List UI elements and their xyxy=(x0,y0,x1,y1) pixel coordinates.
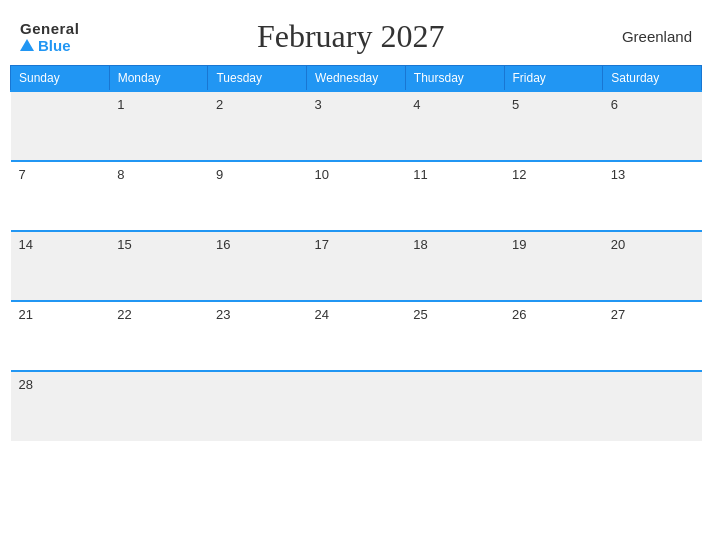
day-number: 17 xyxy=(315,237,329,252)
logo-blue-text: Blue xyxy=(38,37,71,54)
logo: General Blue xyxy=(20,20,79,54)
day-number: 8 xyxy=(117,167,124,182)
calendar-week-row: 28 xyxy=(11,371,702,441)
day-number: 24 xyxy=(315,307,329,322)
month-title: February 2027 xyxy=(257,18,445,55)
day-number: 14 xyxy=(19,237,33,252)
calendar-day-cell xyxy=(307,371,406,441)
day-number: 6 xyxy=(611,97,618,112)
calendar-day-cell: 26 xyxy=(504,301,603,371)
region-label: Greenland xyxy=(622,28,692,45)
day-header-tuesday: Tuesday xyxy=(208,66,307,92)
day-number: 3 xyxy=(315,97,322,112)
calendar-day-cell: 2 xyxy=(208,91,307,161)
calendar-day-cell: 3 xyxy=(307,91,406,161)
day-number: 2 xyxy=(216,97,223,112)
calendar-day-cell: 11 xyxy=(405,161,504,231)
calendar-day-cell: 14 xyxy=(11,231,110,301)
calendar-day-cell: 27 xyxy=(603,301,702,371)
calendar-day-cell: 8 xyxy=(109,161,208,231)
calendar-day-cell xyxy=(109,371,208,441)
day-number: 25 xyxy=(413,307,427,322)
calendar-day-cell: 10 xyxy=(307,161,406,231)
day-number: 26 xyxy=(512,307,526,322)
logo-triangle-icon xyxy=(20,39,34,51)
calendar-day-cell: 18 xyxy=(405,231,504,301)
calendar-day-cell xyxy=(405,371,504,441)
calendar-day-cell: 17 xyxy=(307,231,406,301)
calendar-day-cell: 22 xyxy=(109,301,208,371)
calendar-day-cell: 7 xyxy=(11,161,110,231)
calendar-day-cell: 19 xyxy=(504,231,603,301)
calendar-day-cell: 9 xyxy=(208,161,307,231)
day-number: 7 xyxy=(19,167,26,182)
calendar-day-cell: 6 xyxy=(603,91,702,161)
calendar-day-cell: 23 xyxy=(208,301,307,371)
day-number: 27 xyxy=(611,307,625,322)
calendar-day-cell: 21 xyxy=(11,301,110,371)
calendar-week-row: 14151617181920 xyxy=(11,231,702,301)
calendar-table: SundayMondayTuesdayWednesdayThursdayFrid… xyxy=(10,65,702,441)
calendar-header: General Blue February 2027 Greenland xyxy=(10,10,702,59)
calendar-day-cell: 1 xyxy=(109,91,208,161)
day-header-monday: Monday xyxy=(109,66,208,92)
day-number: 15 xyxy=(117,237,131,252)
calendar-day-cell: 4 xyxy=(405,91,504,161)
calendar-day-cell: 16 xyxy=(208,231,307,301)
calendar-day-cell xyxy=(208,371,307,441)
day-header-saturday: Saturday xyxy=(603,66,702,92)
day-header-sunday: Sunday xyxy=(11,66,110,92)
calendar-day-cell: 15 xyxy=(109,231,208,301)
day-number: 23 xyxy=(216,307,230,322)
day-header-wednesday: Wednesday xyxy=(307,66,406,92)
day-header-friday: Friday xyxy=(504,66,603,92)
day-number: 22 xyxy=(117,307,131,322)
day-number: 11 xyxy=(413,167,427,182)
day-header-thursday: Thursday xyxy=(405,66,504,92)
calendar-day-cell: 13 xyxy=(603,161,702,231)
calendar-day-cell: 5 xyxy=(504,91,603,161)
calendar-day-cell: 25 xyxy=(405,301,504,371)
day-number: 1 xyxy=(117,97,124,112)
calendar-day-cell xyxy=(603,371,702,441)
day-number: 12 xyxy=(512,167,526,182)
day-number: 21 xyxy=(19,307,33,322)
day-number: 13 xyxy=(611,167,625,182)
day-number: 18 xyxy=(413,237,427,252)
day-number: 28 xyxy=(19,377,33,392)
calendar-day-cell: 28 xyxy=(11,371,110,441)
calendar-week-row: 78910111213 xyxy=(11,161,702,231)
day-number: 9 xyxy=(216,167,223,182)
calendar-week-row: 123456 xyxy=(11,91,702,161)
calendar-day-cell xyxy=(504,371,603,441)
day-number: 20 xyxy=(611,237,625,252)
logo-general-text: General xyxy=(20,20,79,37)
calendar-body: 1234567891011121314151617181920212223242… xyxy=(11,91,702,441)
calendar-week-row: 21222324252627 xyxy=(11,301,702,371)
calendar-day-cell: 24 xyxy=(307,301,406,371)
calendar-day-cell: 12 xyxy=(504,161,603,231)
calendar-header-row: SundayMondayTuesdayWednesdayThursdayFrid… xyxy=(11,66,702,92)
day-number: 16 xyxy=(216,237,230,252)
calendar-day-cell: 20 xyxy=(603,231,702,301)
days-of-week-row: SundayMondayTuesdayWednesdayThursdayFrid… xyxy=(11,66,702,92)
day-number: 4 xyxy=(413,97,420,112)
logo-blue-row: Blue xyxy=(20,37,71,54)
day-number: 19 xyxy=(512,237,526,252)
day-number: 5 xyxy=(512,97,519,112)
calendar-day-cell xyxy=(11,91,110,161)
day-number: 10 xyxy=(315,167,329,182)
